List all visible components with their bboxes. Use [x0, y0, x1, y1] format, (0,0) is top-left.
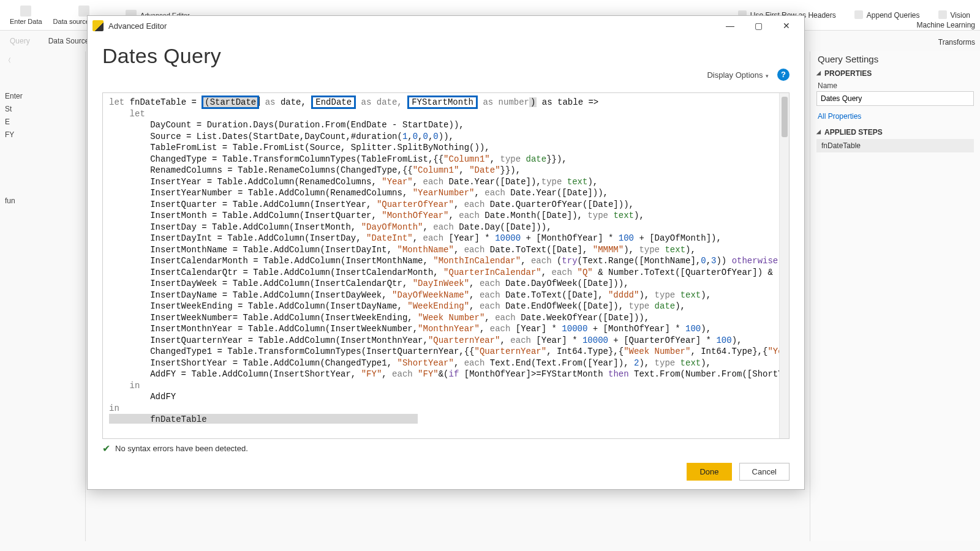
code-line: in [109, 381, 140, 391]
code-line: InsertQuarter = Table.AddColumn(InsertYe… [109, 200, 634, 209]
ribbon-vision[interactable]: Vision [938, 10, 970, 20]
code-line: Source = List.Dates(StartDate,DayCount,#… [109, 132, 454, 141]
code-line: InsertQuarternYear = Table.AddColumn(Ins… [109, 335, 742, 345]
code-line: ChangedType = Table.TransformColumnTypes… [109, 154, 567, 164]
code-line: InsertWeekNumber= Table.AddColumn(Insert… [109, 313, 649, 323]
properties-header[interactable]: PROPERTIES [816, 69, 974, 78]
applied-steps-header[interactable]: APPLIED STEPS [816, 128, 974, 137]
maximize-button[interactable]: ▢ [744, 17, 772, 35]
param-enddate: EndDate [311, 96, 356, 109]
cancel-button[interactable]: Cancel [739, 463, 790, 481]
code-line: InsertMonthnYear = Table.AddColumn(Inser… [109, 324, 711, 334]
group-query: Query [10, 37, 30, 45]
code-line: RenamedColumns = Table.RenameColumns(Cha… [109, 165, 521, 175]
code-line: InsertWeekEnding = Table.AddColumn(Inser… [109, 301, 685, 311]
query-name-input[interactable] [816, 91, 974, 106]
param-fystartmonth: FYStartMonth [407, 96, 478, 109]
dialog-window-title: Advanced Editor [108, 21, 167, 31]
queries-collapse[interactable]: 〈 [4, 55, 81, 66]
syntax-status: ✔ No syntax errors have been detected. [102, 443, 790, 454]
group-data-sources: Data Sources [48, 37, 93, 45]
query-row[interactable]: E [4, 116, 81, 127]
gear-icon [78, 6, 89, 17]
scrollbar-thumb[interactable] [782, 97, 788, 137]
code-line: in [109, 403, 119, 413]
advanced-editor-dialog: Advanced Editor — ▢ ✕ Dates Query Displa… [87, 15, 805, 490]
query-settings-pane: Query Settings PROPERTIES Name All Prope… [810, 51, 980, 541]
param-startdate: (StartDate [202, 96, 259, 109]
code-editor-container: let fnDateTable = (StartDate as date, En… [102, 92, 790, 439]
code-line: AddFY = Table.AddColumn(InsertShortYear,… [109, 369, 789, 379]
ribbon-enter-data[interactable]: Enter Data [10, 6, 42, 25]
ribbon-append[interactable]: Append Queries [854, 10, 920, 20]
code-line: InsertCalendarMonth = Table.AddColumn(In… [109, 256, 789, 266]
chevron-left-icon: 〈 [5, 56, 11, 65]
text-caret [259, 97, 260, 106]
code-line: ChangedType1 = Table.TransformColumnType… [109, 347, 789, 356]
all-properties-link[interactable]: All Properties [818, 112, 973, 121]
syntax-status-text: No syntax errors have been detected. [115, 444, 248, 453]
help-icon[interactable]: ? [777, 69, 790, 81]
applied-step[interactable]: fnDateTable [816, 139, 974, 152]
code-line: InsertMonth = Table.AddColumn(InsertQuar… [109, 211, 644, 220]
code-line: InsertMonthName = Table.AddColumn(Insert… [109, 245, 696, 255]
code-line: InsertDay = Table.AddColumn(InsertMonth,… [109, 222, 552, 232]
code-line: InsertCalendarQtr = Table.AddColumn(Inse… [109, 268, 789, 277]
query-row[interactable]: Enter [4, 91, 81, 102]
code-line: InsertShortYear = Table.AddColumn(Change… [109, 358, 711, 368]
queries-pane: 〈 Enter St E FY fun [0, 51, 86, 541]
code-line: InsertYear = Table.AddColumn(RenamedColu… [109, 177, 598, 187]
code-line: InsertYearNumber = Table.AddColumn(Renam… [109, 188, 608, 198]
done-button[interactable]: Done [687, 463, 731, 481]
code-line: InsertDayName = Table.AddColumn(InsertDa… [109, 290, 711, 300]
display-options-dropdown[interactable]: Display Options [707, 70, 769, 80]
settings-title: Query Settings [818, 54, 973, 64]
table-icon [20, 6, 31, 17]
close-button[interactable]: ✕ [772, 17, 801, 35]
code-line: DayCount = Duration.Days(Duration.From(E… [109, 120, 464, 130]
page-title: Dates Query [102, 44, 790, 68]
ribbon-ml[interactable]: Machine Learning [917, 21, 975, 29]
code-line: InsertDayInt = Table.AddColumn(InsertDay… [109, 233, 722, 243]
code-line: TableFromList = Table.FromList(Source, S… [109, 143, 490, 152]
query-row[interactable]: FY [4, 129, 81, 140]
dialog-titlebar: Advanced Editor — ▢ ✕ [88, 16, 804, 36]
code-line: InsertDayWeek = Table.AddColumn(InsertCa… [109, 279, 629, 288]
selected-code-line: fnDateTable [109, 414, 418, 424]
query-row[interactable]: fun [4, 195, 81, 206]
powerbi-icon [92, 20, 104, 31]
vertical-scrollbar[interactable] [779, 93, 789, 438]
name-label: Name [818, 81, 973, 90]
query-row[interactable]: St [4, 103, 81, 114]
minimize-button[interactable]: — [716, 17, 744, 35]
code-line: AddFY [109, 392, 176, 402]
code-editor[interactable]: let fnDateTable = (StartDate as date, En… [103, 93, 789, 424]
checkmark-icon: ✔ [102, 443, 110, 454]
